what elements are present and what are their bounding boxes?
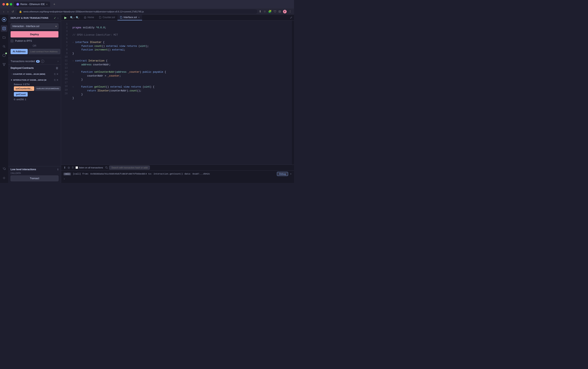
profile-icon[interactable]: F [283,10,287,13]
terminal-clear-icon[interactable]: ⊝ [68,166,70,169]
counter-copy-icon[interactable]: ⎘ [54,73,56,76]
editor-area: ▶ 🔍+ 🔍- Home Counter.sol Interface.sol ✕… [61,15,294,183]
listen-checkbox[interactable] [76,166,78,169]
tab-close-btn[interactable]: ✕ [46,3,48,6]
deploy-button[interactable]: Deploy [10,31,58,38]
browser-nav-icons: ⬆ ☆ 🧩 🛡 ⊟ F ⋮ [259,10,292,13]
interaction-close-icon[interactable]: ✕ [56,79,58,82]
counter-close-icon[interactable]: ✕ [56,73,58,76]
svg-point-4 [3,45,5,47]
panel-header: DEPLOY & RUN TRANSACTIONS ✓ › [8,15,61,21]
remix-logo [1,16,7,23]
low-level-title: Low level interactions [10,168,36,171]
plugin-icon[interactable] [1,52,7,59]
new-tab-btn[interactable]: + [52,2,57,6]
publish-ipfs-row: Publish to IPFS [10,40,58,42]
reload-btn[interactable]: ↺ [11,10,15,14]
deploy-run-icon[interactable] [1,25,7,32]
plugin-badge [5,52,7,54]
editor-expand-icon[interactable]: ⤢ [290,16,292,19]
star-icon[interactable]: ☆ [264,10,266,13]
terminal-search-input[interactable] [109,165,150,170]
extension-icon[interactable]: 🧩 [268,10,272,13]
calldata-label: CALLDATA [10,172,58,174]
transactions-left: Transactions recorded 4 i [10,60,44,63]
counter-contract-name: COUNTER AT 0XD91...39138 (MEM) [13,73,53,75]
low-level-header: Low level interactions ℹ [10,168,58,171]
wrench-icon[interactable] [1,166,7,172]
transactions-row: Transactions recorded 4 i › [10,60,58,63]
address-bar[interactable]: 🔒 remix.ethereum.org/#lang=en&optimize=f… [17,9,257,14]
set-counter-addr-button[interactable]: setCounterAd... [14,86,34,91]
sidebar-toggle-icon[interactable]: ⊟ [279,10,281,13]
tab-interface-sol[interactable]: Interface.sol ✕ [117,15,142,20]
get-count-result: 0: uint256: 1 [14,98,58,101]
code-content[interactable]: pragma solidity ^0.6.0; // SPDX-License-… [69,20,292,164]
counter-expand-icon[interactable]: › [10,72,12,76]
shield-icon[interactable]: 🛡 [274,10,276,13]
get-count-button[interactable]: getCount [14,92,28,97]
terminal-log-row: call [call] from: 0x5B38Da6a701c568545dC… [61,171,294,177]
git-icon[interactable] [1,61,7,68]
interaction-contract-item: ▾ INTERACTION AT 0XD8B...33FA8 (M ⎘ ✕ Ba… [10,78,58,101]
listen-label: listen on all transactions [79,166,103,169]
publish-ipfs-checkbox[interactable] [10,40,13,42]
left-panel: DEPLOY & RUN TRANSACTIONS ✓ › Interactio… [8,15,61,183]
expand-panel-icon[interactable]: › [57,16,58,20]
transactions-badge: 4 [36,60,40,63]
interaction-expand-icon[interactable]: ▾ [10,78,12,82]
balance-display: Balance: 0 ETH [14,82,58,86]
deployed-section: Deployed Contracts 🗑 › COUNTER AT 0XD91.… [8,65,61,166]
zoom-controls: 🔍+ 🔍- [68,16,81,19]
svg-point-5 [3,63,4,64]
tab-home[interactable]: Home [81,15,97,20]
terminal-prompt: › [61,177,294,181]
transactions-section: Transactions recorded 4 i › [8,58,61,65]
contract-select[interactable]: Interaction - Interface.sol [10,23,58,29]
lock-icon: 🔒 [19,10,22,13]
debug-button[interactable]: Debug [277,172,288,176]
terminal-expand-icon[interactable]: ⬆ [63,166,66,169]
transactions-info-icon[interactable]: i [41,60,44,63]
debug-dropdown-icon[interactable]: ▾ [290,173,292,175]
tab-title: Remix - Ethereum IDE [20,3,45,6]
transactions-label: Transactions recorded [10,60,35,63]
svg-point-6 [4,63,5,64]
browser-nav: ‹ › ↺ 🔒 remix.ethereum.org/#lang=en&opti… [0,9,294,15]
svg-point-0 [17,3,19,5]
set-counter-input[interactable] [35,86,61,91]
low-level-section: Low level interactions ℹ CALLDATA Transa… [8,166,61,183]
interaction-copy-icon[interactable]: ⎘ [54,79,56,82]
terminal-search-icon [105,166,108,169]
line-numbers: 1234567891011121314151617181920 [61,20,69,164]
at-address-button[interactable]: At Address [10,49,28,54]
settings-icon[interactable] [1,175,7,181]
menu-icon[interactable]: ⋮ [289,10,292,13]
share-icon[interactable]: ⬆ [259,10,261,13]
zoom-out-icon[interactable]: 🔍- [76,16,80,19]
forward-btn[interactable]: › [7,10,9,14]
tab-counter-sol[interactable]: Counter.sol [97,15,117,20]
file-explorer-icon[interactable] [1,34,7,41]
activity-bar [0,15,8,183]
trash-icon[interactable]: 🗑 [56,66,58,70]
svg-point-9 [105,167,107,168]
maximize-window-btn[interactable] [10,3,12,6]
terminal-search-wrapper [105,165,150,170]
load-contract-input[interactable] [29,49,60,54]
close-window-btn[interactable] [2,3,5,6]
interaction-contract-actions: ⎘ ✕ [54,79,58,82]
tab-interface-close-icon[interactable]: ✕ [138,16,140,19]
run-button[interactable]: ▶ [63,15,68,20]
transact-button[interactable]: Transact [10,175,58,181]
transactions-expand-icon[interactable]: › [58,60,58,63]
tab-counter-label: Counter.sol [103,16,115,19]
tab-interface-label: Interface.sol [124,16,137,19]
contract-select-wrapper: Interaction - Interface.sol ▾ [10,23,58,29]
back-btn[interactable]: ‹ [2,10,5,14]
low-level-info-icon[interactable]: ℹ [57,168,58,171]
zoom-in-icon[interactable]: 🔍+ [70,16,75,19]
search-icon[interactable] [1,43,7,50]
minimize-window-btn[interactable] [6,3,9,6]
browser-tab[interactable]: Remix - Ethereum IDE ✕ [14,2,50,7]
